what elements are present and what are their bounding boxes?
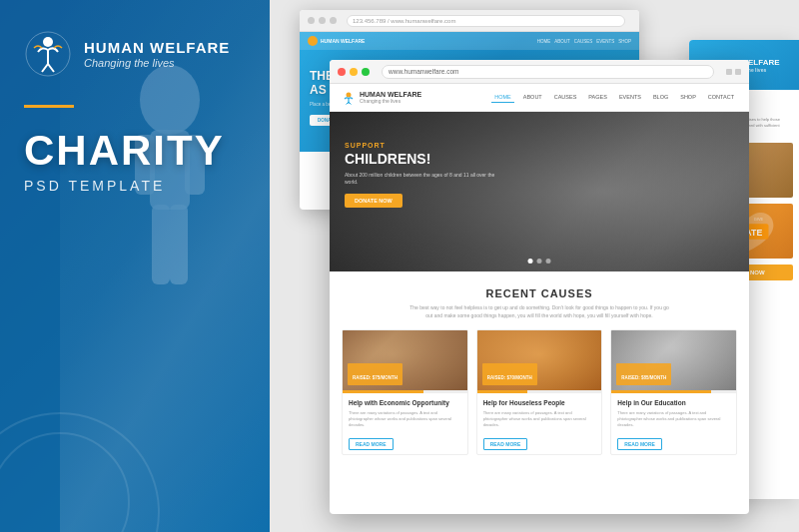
cause-image-2: RAISED: $70/MONTH bbox=[477, 330, 602, 390]
svg-point-7 bbox=[43, 37, 53, 47]
left-panel: HUMAN WELFARE Changing the lives CHARITY… bbox=[0, 0, 270, 532]
browser-max-dot bbox=[362, 68, 370, 76]
main-title: CHARITY bbox=[24, 130, 225, 172]
hero-carousel-dots bbox=[528, 259, 551, 264]
brand-name: HUMAN WELFARE bbox=[84, 39, 230, 57]
brand-area: HUMAN WELFARE Changing the lives bbox=[24, 30, 230, 78]
right-area: 123.456.789 / www.humanwelfare.com HUMAN… bbox=[270, 0, 799, 532]
top-browser-bar: 123.456.789 / www.humanwelfare.com bbox=[300, 10, 639, 32]
cause-raised-text-1: RAISED: $75/MONTH bbox=[353, 375, 398, 380]
site-nav-blog[interactable]: BLOG bbox=[650, 92, 671, 103]
cause-desc-2: There are many variations of passages. A… bbox=[483, 410, 596, 427]
cause-card-3: RAISED: $85/MONTH Help in Our Education … bbox=[610, 329, 737, 455]
top-url-bar[interactable]: 123.456.789 / www.humanwelfare.com bbox=[347, 15, 625, 27]
cause-raised-text-2: RAISED: $70/MONTH bbox=[487, 375, 532, 380]
site-brand-name: HUMAN WELFARE bbox=[360, 91, 421, 99]
sub-title: PSD TEMPLATE bbox=[24, 178, 225, 194]
cause-info-2: Help for Houseless People There are many… bbox=[477, 393, 602, 454]
main-nav-icons bbox=[726, 69, 741, 75]
nav-icon-2 bbox=[735, 69, 741, 75]
hero-dot-2[interactable] bbox=[537, 259, 542, 264]
browser-min-dot bbox=[350, 68, 358, 76]
browser-dot-3 bbox=[330, 17, 337, 24]
main-url-text: www.humanwelfare.com bbox=[389, 68, 458, 75]
cause-card-1: RAISED: $75/MONTH Help with Economic Opp… bbox=[342, 329, 468, 455]
top-site-nav: HUMAN WELFARE HOME ABOUT CAUSES EVENTS S… bbox=[300, 32, 639, 50]
site-hero-text: SUPPORT CHILDRENS! About 200 million chi… bbox=[345, 142, 504, 208]
cause-desc-3: There are many variations of passages. A… bbox=[617, 410, 730, 427]
svg-point-15 bbox=[347, 92, 352, 97]
site-hero-cta-btn[interactable]: DONATE NOW bbox=[345, 194, 402, 208]
top-nav-events[interactable]: EVENTS bbox=[596, 39, 614, 44]
svg-rect-5 bbox=[170, 205, 188, 284]
site-header: HUMAN WELFARE Changing the lives HOME AB… bbox=[330, 84, 749, 112]
cause-desc-1: There are many variations of passages. A… bbox=[349, 410, 461, 427]
causes-grid: RAISED: $75/MONTH Help with Economic Opp… bbox=[342, 329, 737, 455]
svg-rect-4 bbox=[152, 205, 170, 284]
site-nav: HOME ABOUT CAUSES PAGES EVENTS BLOG SHOP… bbox=[491, 92, 737, 103]
cause-info-3: Help in Our Education There are many var… bbox=[611, 393, 736, 454]
cause-title-2: Help for Houseless People bbox=[483, 399, 596, 407]
hero-dot-3[interactable] bbox=[546, 259, 551, 264]
top-logo-area: HUMAN WELFARE bbox=[308, 36, 365, 46]
site-hero-tag: SUPPORT bbox=[345, 142, 504, 149]
main-url-bar[interactable]: www.humanwelfare.com bbox=[382, 65, 714, 79]
cause-read-more-1[interactable]: READ MORE bbox=[349, 438, 394, 450]
child-figure bbox=[80, 40, 260, 419]
top-nav-about[interactable]: ABOUT bbox=[554, 39, 570, 44]
site-header-logo: HUMAN WELFARE Changing the lives bbox=[342, 91, 421, 105]
main-browser-mockup: www.humanwelfare.com HUMAN bbox=[330, 60, 749, 514]
site-hero: SUPPORT CHILDRENS! About 200 million chi… bbox=[330, 112, 749, 271]
top-url-text: 123.456.789 / www.humanwelfare.com bbox=[353, 18, 455, 24]
cause-image-3: RAISED: $85/MONTH bbox=[611, 330, 736, 390]
site-nav-shop[interactable]: SHOP bbox=[677, 92, 699, 103]
cause-read-more-2[interactable]: READ MORE bbox=[483, 438, 528, 450]
recent-causes-section: RECENT CAUSES The best way to not feel h… bbox=[330, 271, 749, 465]
top-brand-name: HUMAN WELFARE bbox=[321, 38, 365, 44]
site-brand-tagline: Changing the lives bbox=[360, 98, 421, 104]
recent-causes-title: RECENT CAUSES bbox=[342, 287, 737, 299]
site-nav-about[interactable]: ABOUT bbox=[520, 92, 545, 103]
cause-card-2: RAISED: $70/MONTH Help for Houseless Peo… bbox=[476, 329, 603, 455]
browser-dot-2 bbox=[319, 17, 326, 24]
site-nav-pages[interactable]: PAGES bbox=[585, 92, 610, 103]
divider-line bbox=[24, 105, 74, 108]
top-nav-home[interactable]: HOME bbox=[537, 39, 551, 44]
site-header-brand: HUMAN WELFARE Changing the lives bbox=[360, 91, 421, 105]
cause-info-1: Help with Economic Opportunity There are… bbox=[343, 393, 467, 454]
site-nav-events[interactable]: EVENTS bbox=[616, 92, 644, 103]
site-nav-causes[interactable]: CAUSES bbox=[551, 92, 580, 103]
site-nav-home[interactable]: HOME bbox=[491, 92, 514, 103]
cause-raised-badge-1: RAISED: $75/MONTH bbox=[348, 363, 402, 385]
hero-dot-1[interactable] bbox=[528, 259, 533, 264]
browser-close-dot bbox=[338, 68, 346, 76]
cause-read-more-3[interactable]: READ MORE bbox=[617, 438, 662, 450]
site-nav-contact[interactable]: CONTACT bbox=[705, 92, 737, 103]
cause-raised-text-3: RAISED: $85/MONTH bbox=[621, 375, 666, 380]
main-title-area: CHARITY PSD TEMPLATE bbox=[24, 130, 225, 194]
top-logo-icon bbox=[308, 36, 318, 46]
cause-image-1: RAISED: $75/MONTH bbox=[343, 330, 467, 390]
cause-title-1: Help with Economic Opportunity bbox=[349, 399, 461, 407]
top-nav-shop[interactable]: SHOP bbox=[618, 39, 631, 44]
recent-causes-subtitle: The best way to not feel helpless is to … bbox=[409, 304, 669, 319]
site-hero-heading: CHILDRENS! bbox=[345, 151, 504, 168]
cause-raised-badge-3: RAISED: $85/MONTH bbox=[616, 363, 671, 385]
nav-icon-1 bbox=[726, 69, 732, 75]
brand-text: HUMAN WELFARE Changing the lives bbox=[84, 39, 230, 69]
brand-logo bbox=[24, 30, 72, 78]
brand-tagline: Changing the lives bbox=[84, 57, 230, 69]
browser-dot-1 bbox=[308, 17, 315, 24]
top-nav-links: HOME ABOUT CAUSES EVENTS SHOP bbox=[537, 39, 631, 44]
cause-raised-badge-2: RAISED: $70/MONTH bbox=[482, 363, 537, 385]
svg-text:GIVE: GIVE bbox=[754, 217, 764, 222]
top-nav-causes[interactable]: CAUSES bbox=[574, 39, 593, 44]
site-hero-subtext: About 200 million children between the a… bbox=[345, 172, 504, 186]
site-header-logo-icon bbox=[342, 91, 356, 105]
cause-title-3: Help in Our Education bbox=[617, 399, 730, 407]
main-browser-bar: www.humanwelfare.com bbox=[330, 60, 749, 84]
